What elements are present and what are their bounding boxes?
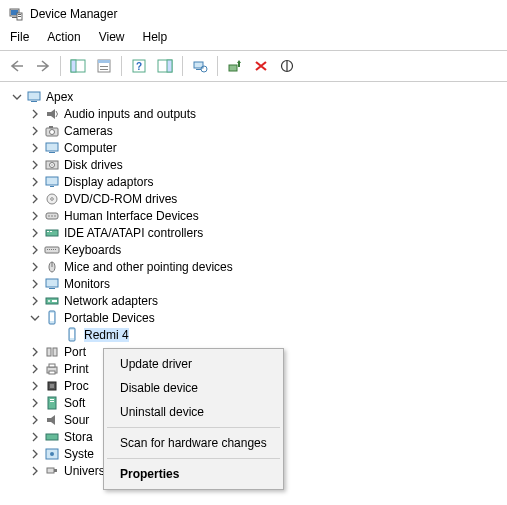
tree-category[interactable]: Monitors: [6, 275, 507, 292]
svg-rect-61: [47, 348, 51, 356]
chevron-right-icon[interactable]: [28, 379, 42, 393]
svg-rect-48: [53, 249, 54, 250]
app-icon: [8, 6, 24, 22]
chevron-right-icon[interactable]: [28, 277, 42, 291]
software-icon: [44, 395, 60, 411]
svg-rect-22: [28, 92, 40, 100]
tree-category[interactable]: Keyboards: [6, 241, 507, 258]
disk-icon: [44, 157, 60, 173]
chevron-right-icon[interactable]: [28, 226, 42, 240]
tree-category[interactable]: Computer: [6, 139, 507, 156]
tree-category-label: Portable Devices: [64, 311, 155, 325]
menu-action[interactable]: Action: [47, 30, 80, 44]
svg-text:?: ?: [136, 61, 142, 72]
ctx-uninstall-device[interactable]: Uninstall device: [106, 400, 281, 424]
chevron-right-icon[interactable]: [28, 345, 42, 359]
tree-category-label: Port: [64, 345, 86, 359]
portable-device-icon: [44, 310, 60, 326]
tree-category[interactable]: Disk drives: [6, 156, 507, 173]
svg-rect-72: [46, 434, 58, 440]
chevron-right-icon[interactable]: [28, 447, 42, 461]
tree-device-label: Redmi 4: [84, 328, 129, 342]
toolbar-divider: [182, 56, 183, 76]
svg-rect-69: [50, 399, 54, 400]
ctx-disable-device[interactable]: Disable device: [106, 376, 281, 400]
menu-file[interactable]: File: [10, 30, 29, 44]
tree-category[interactable]: Network adapters: [6, 292, 507, 309]
ctx-separator: [107, 427, 280, 428]
camera-icon: [44, 123, 60, 139]
tree-category-portable-devices[interactable]: Portable Devices: [6, 309, 507, 326]
display-icon: [44, 174, 60, 190]
chevron-right-icon[interactable]: [28, 396, 42, 410]
ctx-properties[interactable]: Properties: [106, 462, 281, 486]
tree-device-redmi4[interactable]: Redmi 4: [6, 326, 507, 343]
tree-category[interactable]: Audio inputs and outputs: [6, 105, 507, 122]
svg-rect-52: [46, 279, 58, 287]
audio-icon: [44, 106, 60, 122]
chevron-right-icon[interactable]: [28, 430, 42, 444]
svg-rect-9: [98, 60, 110, 63]
tree-root-label: Apex: [46, 90, 73, 104]
tree-category[interactable]: Display adaptors: [6, 173, 507, 190]
disable-button[interactable]: [276, 55, 298, 77]
svg-rect-71: [47, 418, 51, 422]
tree-category[interactable]: IDE ATA/ATAPI controllers: [6, 224, 507, 241]
chevron-right-icon[interactable]: [28, 141, 42, 155]
svg-rect-15: [167, 60, 172, 72]
chevron-right-icon[interactable]: [28, 362, 42, 376]
ctx-scan-hardware[interactable]: Scan for hardware changes: [106, 431, 281, 455]
tree-category[interactable]: Mice and other pointing devices: [6, 258, 507, 275]
chevron-right-icon[interactable]: [28, 464, 42, 478]
menu-help[interactable]: Help: [143, 30, 168, 44]
svg-rect-67: [50, 384, 54, 388]
processor-icon: [44, 378, 60, 394]
chevron-down-icon[interactable]: [28, 311, 42, 325]
mouse-icon: [44, 259, 60, 275]
tree-category-label: Network adapters: [64, 294, 158, 308]
chevron-right-icon[interactable]: [28, 158, 42, 172]
chevron-right-icon[interactable]: [28, 243, 42, 257]
chevron-down-icon[interactable]: [10, 90, 24, 104]
svg-point-38: [48, 215, 50, 217]
svg-rect-27: [49, 126, 53, 128]
action-pane-button[interactable]: [154, 55, 176, 77]
show-hide-tree-button[interactable]: [67, 55, 89, 77]
chevron-right-icon[interactable]: [28, 107, 42, 121]
svg-rect-2: [12, 17, 17, 18]
svg-rect-76: [54, 469, 57, 472]
svg-rect-49: [55, 249, 56, 250]
ctx-update-driver[interactable]: Update driver: [106, 352, 281, 376]
svg-rect-11: [100, 69, 108, 70]
tree-category[interactable]: Human Interface Devices: [6, 207, 507, 224]
tree-root[interactable]: Apex: [6, 88, 507, 105]
tree-category[interactable]: DVD/CD-ROM drives: [6, 190, 507, 207]
update-driver-button[interactable]: [224, 55, 246, 77]
menu-view[interactable]: View: [99, 30, 125, 44]
chevron-right-icon[interactable]: [28, 175, 42, 189]
tree-category-label: Cameras: [64, 124, 113, 138]
chevron-right-icon[interactable]: [28, 260, 42, 274]
svg-rect-70: [50, 401, 54, 402]
dvd-icon: [44, 191, 60, 207]
svg-point-39: [51, 215, 53, 217]
back-button[interactable]: [6, 55, 28, 77]
tree-category-label: Disk drives: [64, 158, 123, 172]
scan-hardware-button[interactable]: [189, 55, 211, 77]
chevron-right-icon[interactable]: [28, 413, 42, 427]
help-button[interactable]: ?: [128, 55, 150, 77]
forward-button[interactable]: [32, 55, 54, 77]
uninstall-button[interactable]: [250, 55, 272, 77]
svg-point-74: [50, 452, 54, 456]
tree-category-label: Computer: [64, 141, 117, 155]
properties-button[interactable]: [93, 55, 115, 77]
chevron-right-icon[interactable]: [28, 209, 42, 223]
toolbar-divider: [121, 56, 122, 76]
chevron-right-icon[interactable]: [28, 192, 42, 206]
tree-category[interactable]: Cameras: [6, 122, 507, 139]
svg-rect-68: [48, 397, 56, 409]
chevron-right-icon[interactable]: [28, 124, 42, 138]
svg-rect-42: [47, 231, 49, 232]
chevron-right-icon[interactable]: [28, 294, 42, 308]
tree-category-label: Sour: [64, 413, 89, 427]
